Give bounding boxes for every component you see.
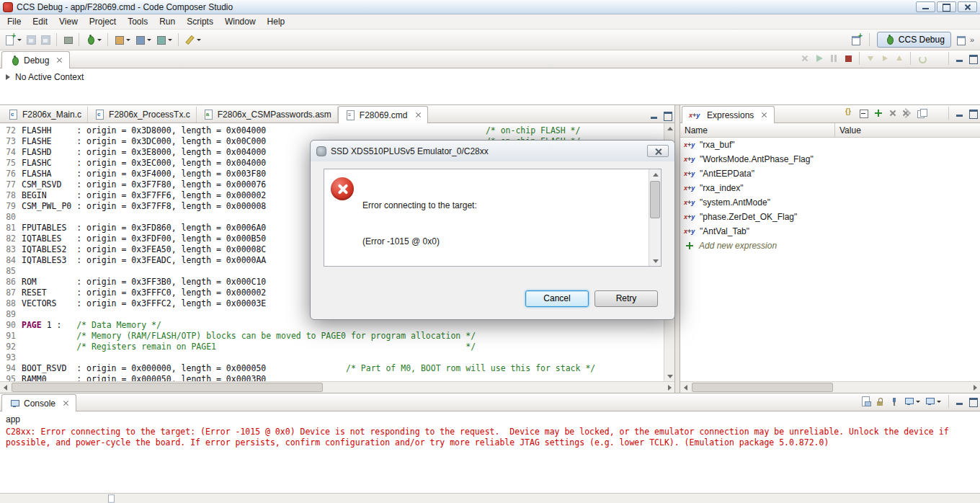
menu-window[interactable]: Window [219,15,262,28]
flash-button[interactable] [112,32,133,48]
expression-value[interactable] [835,166,980,181]
expression-row[interactable]: x+y"AntVal_Tab" [680,224,980,239]
window-titlebar[interactable]: CCS Debug - app/F28069.cmd - Code Compos… [0,0,980,14]
pin-console-button[interactable] [887,393,901,409]
minimize-debug-view-button[interactable] [954,53,966,64]
expression-value[interactable] [835,224,980,239]
copy-expressions-button[interactable] [914,105,929,121]
code-line[interactable]: 94BOOT_RSVD : origin = 0x000000, length … [0,363,664,374]
dialog-titlebar[interactable]: SSD XDS510PLUSv5 Emulator_0/C28xx [311,141,674,161]
remove-expression-button[interactable] [886,105,900,121]
expression-row[interactable]: x+y"phase.ZerDet_OK_Flag" [680,210,980,224]
code-line[interactable]: 93 [0,352,664,363]
minimize-console-view-button[interactable] [954,396,966,407]
menu-scripts[interactable]: Scripts [181,15,219,28]
scroll-up-arrow[interactable] [664,123,674,133]
expression-value[interactable] [835,152,980,166]
cancel-button[interactable]: Cancel [525,290,589,307]
expression-row[interactable]: x+y"rxa_buf" [680,138,980,152]
menu-view[interactable]: View [53,15,84,28]
code-line[interactable]: 72FLASHH : origin = 0x3D8000, length = 0… [0,125,664,136]
step-options-button[interactable] [929,50,943,66]
tab-debug[interactable]: Debug [1,51,70,68]
close-debug-view-icon[interactable] [56,57,63,63]
probe-button[interactable] [182,32,203,48]
menu-run[interactable]: Run [153,15,181,28]
dialog-close-button[interactable] [647,145,669,157]
maximize-console-view-button[interactable] [967,396,979,407]
scroll-down-arrow[interactable] [664,371,674,381]
maximize-expressions-view-button[interactable] [967,107,979,119]
close-console-view-icon[interactable] [63,400,69,406]
minimize-expressions-view-button[interactable] [954,107,966,119]
expression-value[interactable] [835,181,980,195]
dialog-message-scrollbar[interactable] [649,169,661,266]
close-tab-icon[interactable] [415,112,422,118]
code-line[interactable]: 91 /* Memory (RAM/FLASH/OTP) blocks can … [0,331,664,342]
minimize-editor-button[interactable] [649,110,660,121]
expression-row[interactable]: x+y"system.AntMode" [680,195,980,210]
expression-value[interactable] [835,195,980,210]
display-selected-console-button[interactable] [901,393,922,409]
maximize-debug-view-button[interactable] [967,53,979,64]
tab-console[interactable]: Console [1,394,76,411]
menu-file[interactable]: File [1,15,27,28]
scroll-left-arrow[interactable] [680,382,690,393]
maximize-editor-button[interactable] [662,110,673,121]
editor-tab-F2806x_CSMPasswords.asm[interactable]: F2806x_CSMPasswords.asm [197,107,338,123]
expressions-horizontal-scrollbar[interactable] [680,381,980,393]
menu-tools[interactable]: Tools [122,15,153,28]
menu-project[interactable]: Project [84,15,122,28]
horizontal-scroll-thumb[interactable] [692,383,833,392]
expression-row[interactable]: x+y"AntEEPData" [680,166,980,181]
scroll-down-arrow[interactable] [649,256,662,266]
scroll-right-arrow[interactable] [664,382,674,393]
show-logical-structure-button[interactable] [842,105,857,121]
add-expression-button[interactable] [871,105,886,121]
retry-button[interactable]: Retry [594,290,658,307]
open-console-button[interactable] [922,393,943,409]
view-menu-button[interactable] [929,105,943,121]
code-line[interactable]: 90PAGE 1 : /* Data Memory */ [0,320,664,331]
close-expressions-view-icon[interactable] [761,112,767,118]
menu-help[interactable]: Help [262,15,291,28]
collapse-all-button[interactable] [857,105,871,121]
tree-collapse-arrow-icon[interactable] [6,74,10,80]
new-file-button[interactable] [3,32,24,48]
debug-button[interactable] [83,32,104,48]
expression-row[interactable]: x+y"rxa_index" [680,181,980,195]
menu-edit[interactable]: Edit [27,15,53,28]
terminate-button[interactable] [841,50,855,66]
perspective-ccs-debug-button[interactable]: CCS Debug [877,32,951,48]
window-close-button[interactable] [958,1,977,12]
perspective-overflow-chevron[interactable]: » [970,35,974,44]
code-line[interactable]: 95RAMM0 : origin = 0x000050, length = 0x… [0,374,664,381]
column-header-value[interactable]: Value [835,123,980,137]
window-minimize-button[interactable] [916,1,935,12]
remove-all-expressions-button[interactable] [900,105,914,121]
expression-value[interactable] [835,138,980,152]
memory-button[interactable] [153,32,174,48]
editor-horizontal-scrollbar[interactable] [0,381,674,393]
editor-tab-F28069.cmd[interactable]: F28069.cmd [338,106,428,123]
window-maximize-button[interactable] [937,1,956,12]
column-header-name[interactable]: Name [680,123,835,137]
clear-console-button[interactable] [858,393,873,409]
scroll-left-arrow[interactable] [0,382,10,393]
scroll-up-arrow[interactable] [649,169,662,179]
scroll-lock-button[interactable] [873,393,887,409]
dialog-scroll-thumb[interactable] [650,181,660,218]
connect-button[interactable] [133,32,153,48]
expression-value[interactable] [835,210,980,224]
scroll-right-arrow[interactable] [970,382,980,393]
horizontal-scroll-thumb[interactable] [12,383,323,392]
target-config-button[interactable] [61,32,75,48]
add-new-expression-row[interactable]: Add new expression [680,239,980,253]
no-active-context-node[interactable]: No Active Context [6,72,974,82]
expression-row[interactable]: x+y"WorksMode.AntPhase_Flag" [680,152,980,166]
perspective-other-icon[interactable] [955,34,966,45]
open-perspective-button[interactable] [850,34,862,45]
code-line[interactable]: 92 /* Registers remain on PAGE1 */ [0,342,664,352]
editor-tab-F2806x_ProcessTx.c[interactable]: F2806x_ProcessTx.c [88,107,197,123]
tab-expressions[interactable]: x+y Expressions [682,106,775,123]
